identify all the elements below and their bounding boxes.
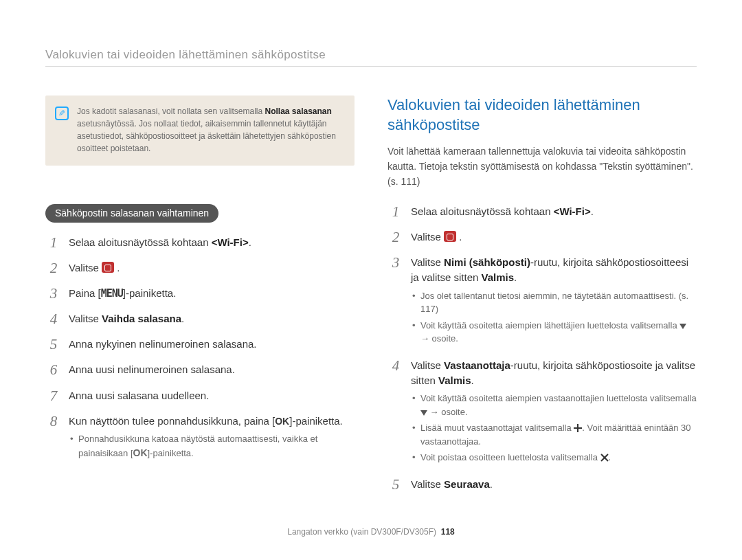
sub-bullets: Voit käyttää osoitetta aiempien vastaano… xyxy=(411,392,697,464)
step-3: 3 Valitse Nimi (sähköposti)-ruutu, kirjo… xyxy=(387,255,697,348)
section-title: Valokuvien tai videoiden lähettäminen sä… xyxy=(387,96,697,135)
step-6: 6 Anna uusi nelinumeroinen salasana. xyxy=(45,362,355,378)
step-body: Valitse Seuraava. xyxy=(411,477,697,493)
left-column: Jos kadotit salasanasi, voit nollata sen… xyxy=(45,96,355,502)
bullet-item: Lisää muut vastaanottajat valitsemalla .… xyxy=(411,421,697,448)
step-3: 3 Paina [MENU]-painiketta. xyxy=(45,286,355,302)
step-body: Valitse Vastaanottaja-ruutu, kirjoita sä… xyxy=(411,358,697,467)
step-number: 2 xyxy=(45,260,62,276)
bullet-item: Voit poistaa osoitteen luettelosta valit… xyxy=(411,451,697,464)
step-number: 1 xyxy=(387,204,404,220)
step-body: Selaa aloitusnäytössä kohtaan <Wi-Fi>. xyxy=(411,204,697,220)
step-4: 4 Valitse Vastaanottaja-ruutu, kirjoita … xyxy=(387,358,697,467)
step-number: 3 xyxy=(45,286,62,302)
step-number: 4 xyxy=(387,358,404,467)
right-steps: 1 Selaa aloitusnäytössä kohtaan <Wi-Fi>.… xyxy=(387,204,697,493)
step-body: Anna nykyinen nelinumeroinen salasana. xyxy=(69,337,355,352)
step-number: 8 xyxy=(45,414,62,463)
step-number: 1 xyxy=(45,235,62,251)
step-body: Valitse . xyxy=(411,229,697,245)
note-bold: Nollaa salasanan xyxy=(265,107,331,116)
step-number: 3 xyxy=(387,255,404,348)
triangle-down-icon xyxy=(679,324,686,329)
step-body: Selaa aloitusnäytössä kohtaan <Wi-Fi>. xyxy=(69,235,355,251)
pencil-note-icon xyxy=(55,107,69,120)
left-steps: 1 Selaa aloitusnäytössä kohtaan <Wi-Fi>.… xyxy=(45,235,355,463)
step-2: 2 Valitse . xyxy=(45,260,355,276)
step-body: Anna uusi nelinumeroinen salasana. xyxy=(69,362,355,378)
note-text-pre: Jos kadotit salasanasi, voit nollata sen… xyxy=(77,107,265,116)
step-body: Anna uusi salasana uudelleen. xyxy=(69,388,355,404)
step-body: Valitse Vaihda salasana. xyxy=(69,311,355,327)
note-text-post: asetusnäytössä. Jos nollaat tiedot, aika… xyxy=(77,119,336,153)
step-1: 1 Selaa aloitusnäytössä kohtaan <Wi-Fi>. xyxy=(387,204,697,220)
step-1: 1 Selaa aloitusnäytössä kohtaan <Wi-Fi>. xyxy=(45,235,355,251)
email-icon xyxy=(102,262,114,273)
sub-bullets: Ponnahdusikkuna katoaa näytöstä automaat… xyxy=(69,432,355,460)
bullet-item: Voit käyttää osoitetta aiempien vastaano… xyxy=(411,392,697,418)
subsection-badge: Sähköpostin salasanan vaihtaminen xyxy=(45,204,218,223)
x-icon xyxy=(600,453,609,462)
step-number: 6 xyxy=(45,362,62,378)
section-lead: Voit lähettää kameraan tallennettuja val… xyxy=(387,144,697,189)
email-icon xyxy=(444,231,456,242)
step-8: 8 Kun näyttöön tulee ponnahdusikkuna, pa… xyxy=(45,414,355,463)
step-body: Valitse Nimi (sähköposti)-ruutu, kirjoit… xyxy=(411,255,697,348)
step-2: 2 Valitse . xyxy=(387,229,697,245)
note-text: Jos kadotit salasanasi, voit nollata sen… xyxy=(77,105,344,155)
right-column: Valokuvien tai videoiden lähettäminen sä… xyxy=(387,96,697,502)
step-body: Paina [MENU]-painiketta. xyxy=(69,286,355,302)
note-box: Jos kadotit salasanasi, voit nollata sen… xyxy=(45,96,355,166)
step-number: 2 xyxy=(387,229,404,245)
page-header: Valokuvien tai videoiden lähettäminen sä… xyxy=(45,48,697,67)
triangle-down-icon xyxy=(420,410,427,416)
step-5: 5 Valitse Seuraava. xyxy=(387,477,697,493)
menu-icon: MENU xyxy=(101,287,123,300)
bullet-item: Voit käyttää osoitetta aiempien lähettäj… xyxy=(411,319,697,346)
page-number: 118 xyxy=(441,527,455,537)
step-body: Kun näyttöön tulee ponnahdusikkuna, pain… xyxy=(69,414,355,463)
footer-label: Langaton verkko (vain DV300F/DV305F) xyxy=(287,527,436,537)
sub-bullets: Jos olet tallentanut tietosi aiemmin, ne… xyxy=(411,289,697,346)
page-footer: Langaton verkko (vain DV300F/DV305F) 118 xyxy=(0,527,742,537)
step-4: 4 Valitse Vaihda salasana. xyxy=(45,311,355,327)
step-number: 5 xyxy=(387,477,404,493)
plus-icon xyxy=(574,424,582,432)
step-7: 7 Anna uusi salasana uudelleen. xyxy=(45,388,355,404)
step-number: 4 xyxy=(45,311,62,327)
bullet-item: Jos olet tallentanut tietosi aiemmin, ne… xyxy=(411,289,697,316)
bullet-item: Ponnahdusikkuna katoaa näytöstä automaat… xyxy=(69,432,355,460)
page: Valokuvien tai videoiden lähettäminen sä… xyxy=(0,0,742,560)
step-body: Valitse . xyxy=(69,260,355,276)
step-number: 5 xyxy=(45,337,62,352)
content-columns: Jos kadotit salasanasi, voit nollata sen… xyxy=(45,96,697,502)
ok-icon: OK xyxy=(275,416,289,427)
ok-icon: OK xyxy=(133,447,148,458)
step-number: 7 xyxy=(45,388,62,404)
step-5: 5 Anna nykyinen nelinumeroinen salasana. xyxy=(45,337,355,352)
